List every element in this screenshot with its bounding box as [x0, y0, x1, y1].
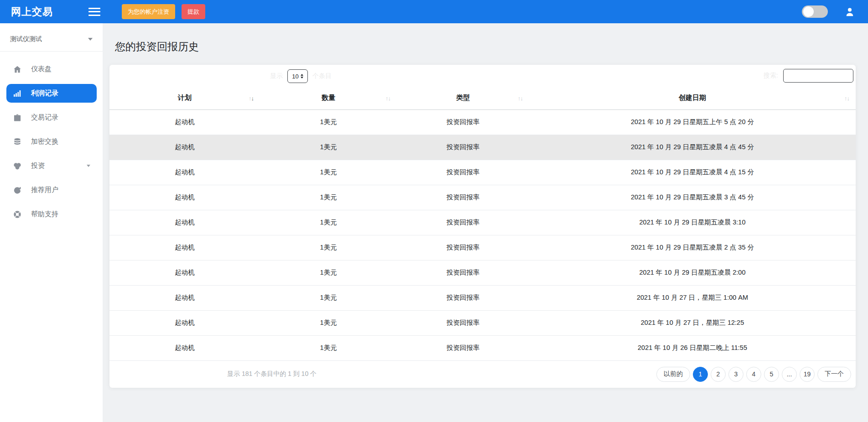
search-input[interactable]: [783, 69, 853, 83]
cell-type: 投资回报率: [397, 210, 529, 235]
table-controls: 显示 10 个条目 搜索:: [109, 65, 856, 87]
table-body: 起动机1美元投资回报率2021 年 10 月 29 日星期五上午 5 点 20 …: [109, 109, 856, 360]
sidebar-item-帮助支持[interactable]: 帮助支持: [6, 205, 97, 224]
sidebar-item-投资[interactable]: 投资: [6, 156, 97, 175]
page-title: 您的投资回报历史: [115, 40, 868, 54]
length-label-suffix: 个条目: [312, 72, 332, 80]
returns-table: 计划↑↓数量↑↓类型↑↓创建日期↑↓ 起动机1美元投资回报率2021 年 10 …: [109, 87, 856, 361]
search-control: 搜索:: [764, 69, 853, 83]
cell-plan: 起动机: [109, 285, 260, 310]
cell-plan: 起动机: [109, 109, 260, 135]
support-icon: [12, 209, 22, 219]
sidebar-item-label: 利润记录: [31, 89, 58, 98]
cell-date: 2021 年 10 月 27 日，星期三 12:25: [529, 310, 856, 335]
pagination-page-1[interactable]: 1: [693, 367, 708, 382]
sidebar-item-推荐用户[interactable]: 推荐用户: [6, 181, 97, 199]
withdraw-button[interactable]: 提款: [182, 4, 205, 19]
page-length-value: 10: [292, 73, 298, 80]
cell-plan: 起动机: [109, 210, 260, 235]
pagination-page-3[interactable]: 3: [728, 367, 743, 382]
sidebar-item-label: 推荐用户: [31, 186, 58, 194]
account-name: 测试仪测试: [10, 35, 42, 43]
cell-amount: 1美元: [260, 135, 397, 160]
cell-plan: 起动机: [109, 185, 260, 210]
sidebar-item-仪表盘[interactable]: 仪表盘: [6, 60, 97, 78]
pagination: 以前的12345...19下一个: [656, 367, 851, 382]
column-header-类型[interactable]: 类型↑↓: [397, 87, 529, 109]
cell-amount: 1美元: [260, 235, 397, 260]
top-bar: 网上交易 为您的帐户注资 提款: [0, 0, 868, 23]
sidebar-item-label: 帮助支持: [31, 210, 58, 219]
cell-plan: 起动机: [109, 235, 260, 260]
column-header-计划[interactable]: 计划↑↓: [109, 87, 260, 109]
table-row: 起动机1美元投资回报率2021 年 10 月 29 日星期五凌晨 2 点 35 …: [109, 235, 856, 260]
table-row: 起动机1美元投资回报率2021 年 10 月 27 日，星期三 1:00 AM: [109, 285, 856, 310]
cell-date: 2021 年 10 月 29 日星期五凌晨 3:10: [529, 210, 856, 235]
column-header-创建日期[interactable]: 创建日期↑↓: [529, 87, 856, 109]
cell-plan: 起动机: [109, 160, 260, 185]
table-row: 起动机1美元投资回报率2021 年 10 月 29 日星期五凌晨 3:10: [109, 210, 856, 235]
briefcase-icon: [12, 113, 22, 123]
cell-type: 投资回报率: [397, 335, 529, 360]
hamburger-icon[interactable]: [88, 5, 100, 18]
cell-type: 投资回报率: [397, 135, 529, 160]
pagination-page-19[interactable]: 19: [800, 367, 815, 382]
page-length-control: 显示 10 个条目: [270, 69, 332, 83]
pagination-page-2[interactable]: 2: [711, 367, 726, 382]
sort-icon: ↑↓: [844, 94, 849, 101]
sort-icon: ↑↓: [385, 94, 390, 101]
column-label: 创建日期: [679, 94, 706, 101]
cell-date: 2021 年 10 月 29 日星期五凌晨 2 点 35 分: [529, 235, 856, 260]
cell-amount: 1美元: [260, 335, 397, 360]
cell-type: 投资回报率: [397, 160, 529, 185]
cell-date: 2021 年 10 月 26 日星期二晚上 11:55: [529, 335, 856, 360]
table-head: 计划↑↓数量↑↓类型↑↓创建日期↑↓: [109, 87, 856, 109]
cell-type: 投资回报率: [397, 285, 529, 310]
cell-plan: 起动机: [109, 260, 260, 285]
table-row: 起动机1美元投资回报率2021 年 10 月 26 日星期二晚上 11:55: [109, 335, 856, 360]
table-row: 起动机1美元投资回报率2021 年 10 月 27 日，星期三 12:25: [109, 310, 856, 335]
cell-type: 投资回报率: [397, 235, 529, 260]
table-row: 起动机1美元投资回报率2021 年 10 月 29 日星期五凌晨 2:00: [109, 260, 856, 285]
bar-chart-icon: [12, 89, 22, 99]
theme-toggle[interactable]: [802, 5, 828, 18]
pagination-page-5[interactable]: 5: [764, 367, 779, 382]
entries-info: 显示 181 个条目中的 1 到 10 个: [227, 370, 317, 378]
column-label: 类型: [456, 94, 470, 101]
cell-date: 2021 年 10 月 29 日星期五上午 5 点 20 分: [529, 109, 856, 135]
cell-amount: 1美元: [260, 185, 397, 210]
sidebar-item-label: 投资: [31, 162, 45, 170]
cell-amount: 1美元: [260, 160, 397, 185]
cell-date: 2021 年 10 月 29 日星期五凌晨 2:00: [529, 260, 856, 285]
sidebar-item-交易记录[interactable]: 交易记录: [6, 108, 97, 127]
sidebar-item-利润记录[interactable]: 利润记录: [6, 84, 97, 103]
sidebar-item-加密交换[interactable]: 加密交换: [6, 132, 97, 151]
account-selector[interactable]: 测试仪测试: [0, 23, 103, 52]
pagination-page-4[interactable]: 4: [746, 367, 761, 382]
cell-date: 2021 年 10 月 29 日星期五凌晨 3 点 45 分: [529, 185, 856, 210]
cell-date: 2021 年 10 月 29 日星期五凌晨 4 点 45 分: [529, 135, 856, 160]
cell-type: 投资回报率: [397, 310, 529, 335]
sidebar-menu: 仪表盘利润记录交易记录加密交换投资推荐用户帮助支持: [0, 52, 103, 224]
search-label: 搜索:: [764, 72, 778, 80]
pagination-previous[interactable]: 以前的: [656, 367, 690, 382]
history-card: 显示 10 个条目 搜索: 计划↑↓数量↑↓类型↑↓创建日期↑↓ 起动机1美元投…: [109, 65, 856, 388]
sort-icon: ↑↓: [518, 94, 523, 101]
invest-icon: [12, 161, 22, 171]
table-row: 起动机1美元投资回报率2021 年 10 月 29 日星期五凌晨 3 点 45 …: [109, 185, 856, 210]
table-row: 起动机1美元投资回报率2021 年 10 月 29 日星期五上午 5 点 20 …: [109, 109, 856, 135]
cell-plan: 起动机: [109, 135, 260, 160]
pagination-next[interactable]: 下一个: [817, 367, 851, 382]
chevron-down-icon: [88, 38, 93, 41]
brand-logo[interactable]: 网上交易: [0, 5, 77, 19]
fund-account-button[interactable]: 为您的帐户注资: [122, 4, 175, 19]
page-length-select[interactable]: 10: [287, 69, 308, 83]
column-header-数量[interactable]: 数量↑↓: [260, 87, 397, 109]
home-icon: [12, 64, 22, 74]
header-right: [802, 5, 868, 18]
cell-date: 2021 年 10 月 27 日，星期三 1:00 AM: [529, 285, 856, 310]
coins-icon: [12, 137, 22, 147]
toggle-knob-icon: [803, 6, 814, 17]
user-icon[interactable]: [844, 6, 855, 17]
cell-plan: 起动机: [109, 335, 260, 360]
